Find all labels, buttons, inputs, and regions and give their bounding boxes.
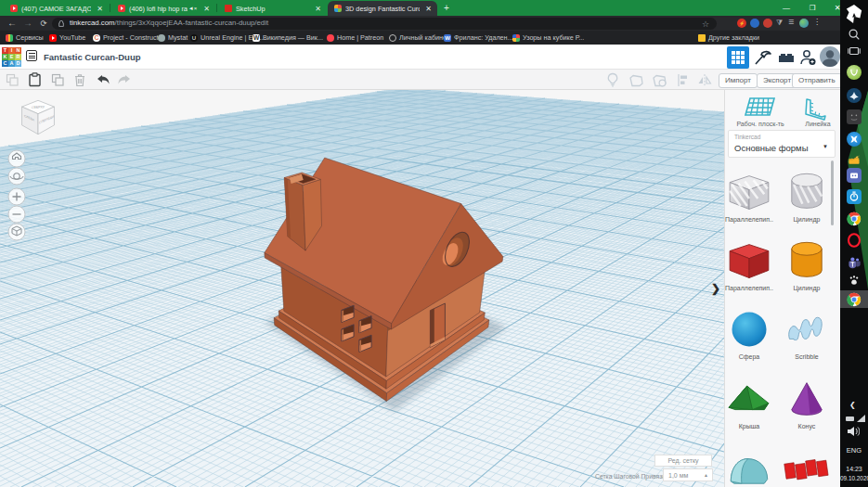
svg-text:СВЕРХУ: СВЕРХУ — [32, 105, 45, 109]
